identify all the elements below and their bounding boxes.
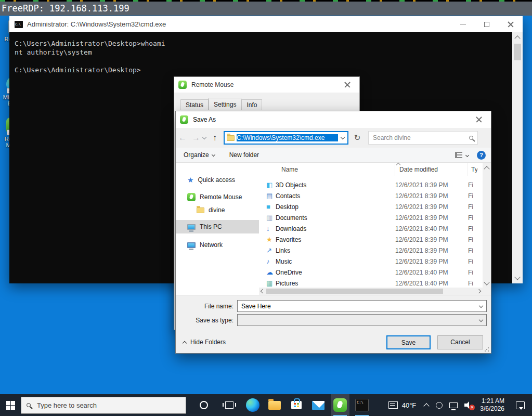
file-type: Fi [468,225,477,232]
file-row[interactable]: ★ Favorites 12/6/2021 8:39 PM Fi [259,234,483,245]
cortana-button[interactable] [194,394,213,416]
address-path[interactable]: C:\Windows\System32\cmd.exe [237,134,338,141]
save-button[interactable]: Save [386,335,431,349]
microsoft-store-icon [291,401,302,409]
minimize-icon [460,24,466,24]
address-dropdown-chevron-icon[interactable] [341,135,345,139]
file-icon: ↗ [266,247,276,254]
taskbar-cmd-button[interactable]: C:\ [353,394,371,416]
sidebar-item-network[interactable]: Network [176,238,259,252]
chevron-down-icon [212,152,215,156]
file-row[interactable]: ↓ Downloads 12/6/2021 8:40 PM Fi [259,223,483,234]
hide-folders-button[interactable]: Hide Folders [183,339,226,346]
remote-mouse-title-bar[interactable]: Remote Mouse [174,77,359,93]
file-name: Desktop [276,203,395,211]
file-row[interactable]: ☁ OneDrive 12/6/2021 8:40 PM Fi [259,267,483,278]
recent-locations-chevron-icon[interactable] [202,135,206,139]
close-button[interactable] [499,16,523,32]
scrollbar-thumb[interactable] [514,44,521,60]
file-list-vertical-scrollbar[interactable] [483,163,491,295]
taskbar-explorer-button[interactable] [265,394,284,416]
minimize-button[interactable] [451,16,475,32]
organize-menu[interactable]: Organize [184,151,215,159]
help-button[interactable]: ? [477,151,486,160]
task-view-button[interactable] [220,394,239,416]
scroll-right-icon[interactable] [477,289,481,293]
views-button[interactable] [455,152,469,158]
taskbar-clock[interactable]: 1:21 AM 3/6/2026 [480,397,504,413]
file-icon: ■ [266,203,276,211]
scroll-down-icon[interactable] [484,279,489,285]
maximize-button[interactable] [475,16,499,32]
file-type: Fi [468,247,477,254]
up-button[interactable]: ↑ [208,133,222,142]
search-box[interactable]: Search divine [368,131,478,145]
search-icon [469,136,473,140]
file-row[interactable]: ▦ Pictures 12/6/2021 8:40 PM Fi [259,278,483,289]
cmd-title-bar[interactable]: C:\ Administrator: C:\Windows\System32\c… [9,16,523,32]
maximize-icon [484,22,489,27]
column-header-name[interactable]: Name [259,163,395,176]
scroll-left-icon[interactable] [261,289,265,293]
clock-date: 3/6/2026 [480,405,504,413]
close-icon [476,116,482,123]
weather-temperature[interactable]: 40°F [402,401,417,409]
hidden-icons-chevron-icon[interactable] [424,403,430,409]
file-row[interactable]: ◧ 3D Objects 12/6/2021 8:39 PM Fi [259,179,483,190]
file-explorer-icon [268,401,281,410]
chevron-down-icon[interactable] [479,317,483,321]
file-name-input[interactable]: Save Here [237,300,487,312]
resize-grip[interactable] [484,347,489,352]
refresh-button[interactable]: ↻ [351,131,364,145]
tab-info[interactable]: Info [241,99,262,110]
sidebar-item-divine[interactable]: divine [176,204,259,216]
system-tray: 40°F ✕ 1:21 AM 3/6/2026 [388,397,532,413]
taskbar-store-button[interactable] [287,394,306,416]
sidebar-item-this-pc[interactable]: This PC [176,220,259,233]
tray-update-icon[interactable] [436,402,443,409]
scrollbar-thumb[interactable] [266,289,443,294]
remote-desktop-screen: FreeRDP: 192.168.113.199 Recycle Bin ↗ M… [0,0,532,416]
taskbar-edge-button[interactable] [243,394,262,416]
scroll-up-icon[interactable] [484,166,489,172]
close-button[interactable] [335,77,359,93]
file-list: Name Date modified Ty ◧ 3D Objects 12/6/… [259,163,491,295]
sidebar-item-quick-access[interactable]: ★ Quick access [176,173,259,187]
file-list-horizontal-scrollbar[interactable] [259,288,483,295]
save-as-title-bar[interactable]: Save As [176,111,491,128]
tab-settings[interactable]: Settings [209,98,241,110]
column-header-type[interactable]: Ty [468,166,477,173]
column-header-date-modified[interactable]: Date modified [395,163,468,176]
save-as-type-select[interactable] [237,314,487,326]
start-button[interactable] [0,394,21,416]
file-type: Fi [468,203,477,211]
file-type: Fi [468,236,477,243]
sidebar-item-remote-mouse[interactable]: Remote Mouse [176,190,259,204]
clock-time: 1:21 AM [480,397,504,405]
back-button[interactable]: ← [176,133,189,142]
network-icon[interactable] [449,402,458,408]
volume-muted-icon[interactable]: ✕ [464,401,473,409]
file-row[interactable]: ♪ Music 12/6/2021 8:39 PM Fi [259,256,483,267]
terminal-scrollbar[interactable] [512,32,523,283]
news-widget-icon[interactable] [388,401,398,409]
freerdp-title-bar: FreeRDP: 192.168.113.199 [0,2,532,16]
chevron-down-icon[interactable] [479,303,483,307]
cancel-button[interactable]: Cancel [437,335,483,349]
file-row[interactable]: ▤ Contacts 12/6/2021 8:39 PM Fi [259,190,483,201]
new-folder-button[interactable]: New folder [229,151,259,159]
scroll-down-icon[interactable] [514,274,520,280]
taskbar-mail-button[interactable] [309,394,328,416]
taskbar-remote-mouse-button[interactable] [331,394,349,416]
close-button[interactable] [467,112,491,128]
file-name: Documents [276,214,395,222]
file-row[interactable]: ■ Desktop 12/6/2021 8:39 PM Fi [259,201,483,212]
action-center-icon[interactable] [516,401,525,409]
address-bar[interactable]: C:\Windows\System32\cmd.exe [224,131,348,145]
file-row[interactable]: ▥ Documents 12/6/2021 8:39 PM Fi [259,212,483,223]
file-row[interactable]: ↗ Links 12/6/2021 8:39 PM Fi [259,245,483,256]
tab-status[interactable]: Status [180,99,209,110]
forward-button[interactable]: → [189,133,203,142]
taskbar-search-input[interactable]: Type here to search [21,397,186,414]
scroll-up-icon[interactable] [514,35,520,41]
